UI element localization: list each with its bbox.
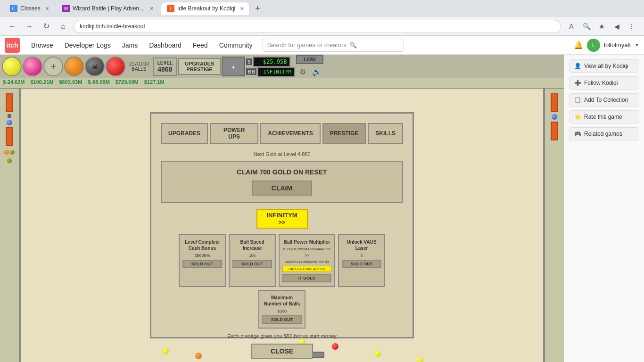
ticker-4: $-88.09M [85, 78, 112, 88]
money-ticker: $-24.62M $100.21M $603.93M $-88.09M $729… [0, 78, 564, 89]
card-value-2: 10x [232, 253, 272, 258]
small-ball-green2 [7, 158, 12, 163]
nav-right: 🔔 L lollolmyalt ▼ [574, 39, 639, 52]
nav-developer-logs[interactable]: Developer Logs [59, 36, 116, 55]
tab-wizard[interactable]: W Wizard Battle | Play Advent… × [56, 2, 160, 15]
search-icon[interactable]: 🔍 [580, 20, 593, 33]
ball-skull-button[interactable]: ☠ [85, 57, 105, 76]
site-search-bar[interactable]: Search for games or creators 🔍 [263, 39, 404, 52]
rank-box: ▲ [222, 57, 245, 76]
rate-game-button[interactable]: ⭐ Rate this game [569, 110, 639, 123]
tab-classes[interactable]: C Classes × [4, 2, 55, 15]
translate-icon[interactable]: A [565, 20, 578, 33]
card-value-3c: .042962419883256 9e+93 [282, 260, 331, 264]
back-button[interactable]: ← [6, 20, 19, 33]
tab-powerups[interactable]: POWER UPS [210, 123, 258, 144]
nav-browse[interactable]: Browse [25, 36, 59, 55]
tab-close-classes[interactable]: × [45, 5, 49, 12]
card-title-1: Level Complete Cash Bonus [182, 239, 222, 251]
upgrade-card-ball-power: Ball Power Multiplier 6.2148120994162884… [279, 234, 335, 287]
user-avatar: L [587, 39, 600, 52]
claim-button[interactable]: CLAIM [252, 181, 312, 196]
username-label: lollolmyalt [604, 41, 631, 49]
related-games-button[interactable]: 🎮 Related games [569, 127, 639, 140]
ticker-2: $100.21M [27, 78, 56, 88]
quality-label: LOW [296, 55, 323, 64]
refresh-button[interactable]: ↻ [40, 20, 53, 33]
tab-close-wizard[interactable]: × [150, 5, 154, 12]
sold-out-btn-3[interactable]: IT GOLD [282, 274, 331, 282]
tab-idle-breakout[interactable]: I Idle Breakout by Kodiqi × [161, 2, 250, 15]
tab-skills[interactable]: SKILLS [368, 123, 403, 144]
card-value-3b: >> [282, 253, 331, 258]
nav-feed[interactable]: Feed [187, 36, 214, 55]
game-body: UPGRADES POWER UPS ACHIEVEMENTS PRESTIGE… [0, 89, 564, 362]
nav-dashboard[interactable]: Dashboard [143, 36, 187, 55]
bookmark-icon[interactable]: ★ [595, 20, 608, 33]
game-header: + ☠ 217/1000 BALLS LEVEL 4868 UPGRADES P… [0, 55, 564, 78]
view-all-button[interactable]: 👤 View all by Kodiqi [569, 59, 639, 73]
user-dropdown-arrow[interactable]: ▼ [635, 42, 639, 48]
sold-out-btn-1[interactable]: SOLD OUT [182, 260, 222, 268]
balls-label: BALLS [132, 66, 146, 72]
ball-red-button[interactable] [106, 57, 125, 76]
follow-icon: ➕ [574, 80, 581, 86]
add-collection-button[interactable]: 📋 Add To Collection [569, 93, 639, 107]
tab-prestige[interactable]: PRESTIGE [322, 123, 366, 144]
close-modal-button[interactable]: CLOSE [251, 344, 313, 359]
card-title-4: Unlock VAUS Laser [342, 239, 381, 251]
sound-icon[interactable]: 🔊 [310, 65, 323, 78]
new-tab-button[interactable]: + [251, 2, 264, 15]
forward-button[interactable]: → [23, 20, 36, 33]
tab-close-idle[interactable]: × [240, 5, 244, 12]
add-collection-label: Add To Collection [584, 97, 628, 103]
tab-bar: C Classes × W Wizard Battle | Play Adven… [0, 0, 644, 17]
claim-title: CLAIM 700 GOLD ON RESET [168, 168, 396, 176]
sold-out-btn-2[interactable]: SOLD OUT [232, 260, 272, 268]
nav-community[interactable]: Community [214, 36, 258, 55]
search-magnifier-icon: 🔍 [349, 41, 357, 49]
side-block-right-2 [551, 122, 558, 140]
settings-icon[interactable]: ⚙ [296, 65, 309, 78]
ball-orange-button[interactable] [64, 57, 84, 76]
side-element-1 [8, 114, 11, 118]
nav-jams[interactable]: Jams [116, 36, 143, 55]
ball-pink-button[interactable] [23, 57, 42, 76]
quality-controls: LOW ⚙ 🔊 [296, 55, 323, 78]
address-text: kodiqi.itch.io/idle-breakout [80, 23, 145, 30]
card-title-5: Maximum Number of Balls [262, 295, 302, 307]
money-display: $ $25.95B BB INFINITYM [246, 57, 295, 77]
rate-label: Rate this game [584, 114, 622, 120]
tab-title-idle: Idle Breakout by Kodiqi [177, 5, 235, 12]
card-title-3: Ball Power Multiplier [282, 239, 331, 245]
extensions-icon[interactable]: ◀ [610, 20, 623, 33]
notification-bell-icon[interactable]: 🔔 [574, 41, 583, 49]
game-area: + ☠ 217/1000 BALLS LEVEL 4868 UPGRADES P… [0, 55, 564, 362]
card-value-1: 25600% [182, 253, 222, 258]
card-value-5: 1000 [262, 309, 302, 313]
small-balls-cluster [4, 150, 15, 155]
site-logo[interactable]: itch [5, 38, 20, 53]
tab-upgrades[interactable]: UPGRADES [161, 123, 208, 144]
upgrade-card-vaus-laser: Unlock VAUS Laser 4 SOLD OUT [338, 234, 385, 287]
tab-title-wizard: Wizard Battle | Play Advent… [73, 5, 145, 12]
menu-icon[interactable]: ⋮ [625, 20, 638, 33]
upgrade-card-max-balls: Maximum Number of Balls 1000 SOLD OUT [258, 290, 305, 329]
modal-tab-buttons: UPGRADES POWER UPS ACHIEVEMENTS PRESTIGE… [161, 123, 403, 144]
follow-button[interactable]: ➕ Follow Kodiqi [569, 76, 639, 90]
ball-yellow-button[interactable] [2, 57, 22, 76]
infinitym-badge[interactable]: INFINITYM>> [256, 209, 308, 229]
home-button[interactable]: ⌂ [57, 20, 70, 33]
dollar-sign: $ [246, 58, 252, 65]
sold-out-btn-4[interactable]: SOLD OUT [342, 260, 381, 268]
sold-out-btn-5[interactable]: SOLD OUT [262, 315, 302, 324]
ball-cross-button[interactable]: + [43, 57, 63, 76]
breakout-field: UPGRADES POWER UPS ACHIEVEMENTS PRESTIGE… [19, 89, 545, 362]
tab-achievements[interactable]: ACHIEVEMENTS [260, 123, 320, 144]
address-bar[interactable]: kodiqi.itch.io/idle-breakout [74, 20, 561, 33]
toolbar-icons: A 🔍 ★ ◀ ⋮ [565, 20, 638, 33]
upgrades-prestige-button[interactable]: UPGRADES PRESTIGE [178, 58, 221, 75]
side-left [0, 89, 19, 362]
level-label: LEVEL [157, 60, 173, 66]
tab-favicon-wizard: W [62, 5, 70, 12]
